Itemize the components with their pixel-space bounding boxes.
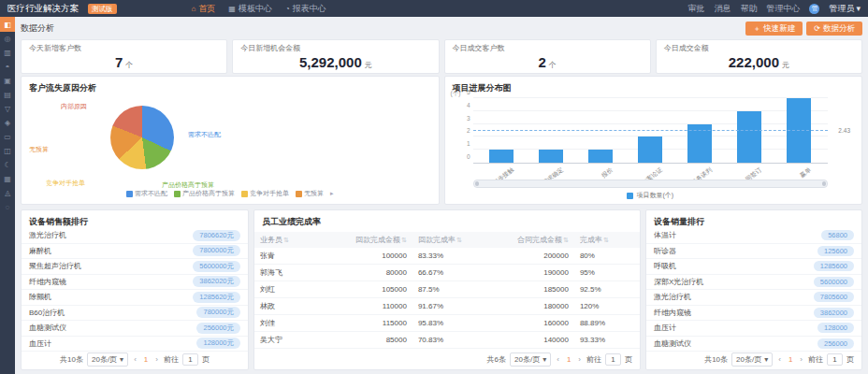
header-link-管理中心[interactable]: 管理中心 <box>766 3 800 15</box>
next-page-button[interactable]: › <box>153 355 160 364</box>
table-cell: 88.89% <box>574 315 640 332</box>
table-cell: 92.5% <box>574 281 640 298</box>
current-page[interactable]: 1 <box>787 355 794 364</box>
username-menu[interactable]: 管理员▾ <box>829 3 861 15</box>
goto-page-input[interactable] <box>605 353 621 366</box>
sidebar-item-training[interactable]: ◓ <box>0 60 15 74</box>
page-size-select[interactable]: 20条/页▾ <box>731 352 773 367</box>
churn-pie-panel: 客户流失原因分析 需求不匹配产品价格高于预算竞争对手抢单无预算▸ 需求不匹配产品… <box>21 76 440 205</box>
nav-item-报表中心[interactable]: ◔报表中心 <box>285 3 326 15</box>
header-link-消息[interactable]: 消息 <box>714 3 731 15</box>
legend-more-icon[interactable]: ▸ <box>330 190 334 197</box>
y-axis-tick: 1 <box>458 140 470 147</box>
sidebar-item-settings[interactable]: ◌ <box>0 200 15 214</box>
datazoom-handle-left[interactable] <box>475 181 479 186</box>
pie-slice-label: 竞争对手抢单 <box>46 179 85 188</box>
nav-item-模板中心[interactable]: ▦模板中心 <box>228 3 272 15</box>
table-column-header[interactable]: 完成率⇅ <box>574 232 640 248</box>
bar[interactable] <box>588 150 613 163</box>
pie-legend-item[interactable]: 产品价格高于预算 <box>174 189 235 198</box>
sort-icon[interactable]: ⇅ <box>563 237 569 243</box>
rank-item-name: 深部X光治疗机 <box>654 277 703 287</box>
table-column-header[interactable]: 合同完成金额⇅ <box>485 232 574 248</box>
stat-card-label: 今日成交客户数 <box>453 43 643 53</box>
table-title: 员工业绩完成率 <box>254 210 640 228</box>
sidebar-item-gallery[interactable]: ▣ <box>0 74 15 88</box>
sort-icon[interactable]: ⇅ <box>456 237 462 243</box>
stat-card-value: 2个 <box>453 54 643 70</box>
pie-legend-item[interactable]: 无预算 <box>296 189 324 198</box>
table-cell: 185000 <box>485 281 574 298</box>
stat-card: 今日新增机会金额5,292,000元 <box>232 39 439 74</box>
sort-icon[interactable]: ⇅ <box>283 237 289 243</box>
prev-page-button[interactable]: ‹ <box>776 355 783 364</box>
user-avatar[interactable]: 管 <box>809 4 819 14</box>
rank-item-value: 7805600 <box>814 292 854 302</box>
y-axis-tick: 3 <box>458 115 470 122</box>
column-header-label: 回款完成率 <box>418 236 456 244</box>
table-cell: 95% <box>574 265 640 281</box>
sidebar-item-products[interactable]: ▦ <box>0 172 15 186</box>
rank-item-value: 7806620元 <box>193 230 240 241</box>
datazoom-slider[interactable] <box>473 180 829 188</box>
right-rank-pagination: 共10条20条/页▾‹1›前往页 <box>704 352 854 367</box>
stat-value-number: 5,292,000 <box>299 54 362 70</box>
sidebar-item-workbench[interactable]: ◎ <box>0 32 15 46</box>
sort-icon[interactable]: ⇅ <box>603 237 609 243</box>
prev-page-button[interactable]: ‹ <box>555 355 561 364</box>
current-page[interactable]: 1 <box>565 355 572 364</box>
page-size-label: 20条/页 <box>92 354 117 365</box>
pie-graphic[interactable] <box>110 106 174 169</box>
header-link-帮助[interactable]: 帮助 <box>740 3 757 15</box>
stat-card-label: 今日新增机会金额 <box>240 43 430 53</box>
pagination-total: 共10条 <box>704 354 728 365</box>
datazoom-handle-right[interactable] <box>822 181 826 186</box>
sidebar-item-funnel[interactable]: ▽ <box>0 102 15 116</box>
sidebar-item-dashboard[interactable]: ◧ <box>0 17 15 32</box>
sidebar-item-contacts[interactable]: ◈ <box>0 116 15 130</box>
next-page-button[interactable]: › <box>576 355 583 364</box>
sidebar-item-reports[interactable]: ◫ <box>0 144 15 158</box>
prev-page-button[interactable]: ‹ <box>132 355 138 364</box>
next-page-button[interactable]: › <box>798 355 804 364</box>
bar[interactable] <box>489 150 514 163</box>
page-size-select[interactable]: 20条/页▾ <box>510 352 551 367</box>
goto-page-input[interactable] <box>827 353 843 366</box>
sidebar-item-night-mode[interactable]: ☾ <box>0 158 15 172</box>
right-rank-title: 设备销量排行 <box>646 210 861 228</box>
sidebar-item-documents[interactable]: ▤ <box>0 88 15 102</box>
table-column-header[interactable]: 回款完成率⇅ <box>412 232 485 248</box>
top-nav: ⌂首页▦模板中心◔报表中心 <box>192 3 326 15</box>
sidebar-item-team[interactable]: ◬ <box>0 186 15 200</box>
goto-page-input[interactable] <box>182 353 198 366</box>
stat-value-number: 222,000 <box>729 54 779 70</box>
table-column-header[interactable]: 业务员⇅ <box>254 232 327 248</box>
pie-panel-title: 客户流失原因分析 <box>22 77 439 94</box>
pie-legend-item[interactable]: 竞争对手抢单 <box>241 189 289 198</box>
legend-swatch <box>126 191 133 197</box>
pie-legend-label: 需求不匹配 <box>135 189 167 198</box>
stat-value-unit: 元 <box>365 61 372 69</box>
bar[interactable] <box>737 111 761 163</box>
refresh-icon: ⟳ <box>814 25 820 33</box>
table-column-header[interactable]: 回款完成金额⇅ <box>327 232 412 248</box>
sidebar-item-customers[interactable]: ▥ <box>0 46 15 60</box>
table-cell: 80% <box>574 248 640 265</box>
quick-create-button[interactable]: ＋ 快速新建 <box>745 22 803 36</box>
data-analysis-button[interactable]: ⟳ 数据分析 <box>806 22 862 36</box>
sidebar-item-monitor[interactable]: ▭ <box>0 130 15 144</box>
bar-panel-title: 项目进展分布图 <box>445 77 862 94</box>
header-link-审批[interactable]: 审批 <box>687 3 704 15</box>
page-size-select[interactable]: 20条/页▾ <box>87 352 128 367</box>
sort-icon[interactable]: ⇅ <box>401 237 407 243</box>
bar[interactable] <box>638 137 662 163</box>
bar[interactable] <box>539 150 563 163</box>
nav-item-首页[interactable]: ⌂首页 <box>192 3 216 15</box>
current-page[interactable]: 1 <box>142 355 150 364</box>
rank-row: 血糖测试仪256000元 <box>22 321 248 337</box>
average-line: 2.43 <box>473 130 829 131</box>
rank-item-name: 聚焦超声治疗机 <box>29 261 81 271</box>
pie-slice-label: 需求不匹配 <box>188 130 221 139</box>
pie-legend-item[interactable]: 需求不匹配 <box>126 189 167 198</box>
rank-row: 麻醉机7800000元 <box>22 244 248 260</box>
